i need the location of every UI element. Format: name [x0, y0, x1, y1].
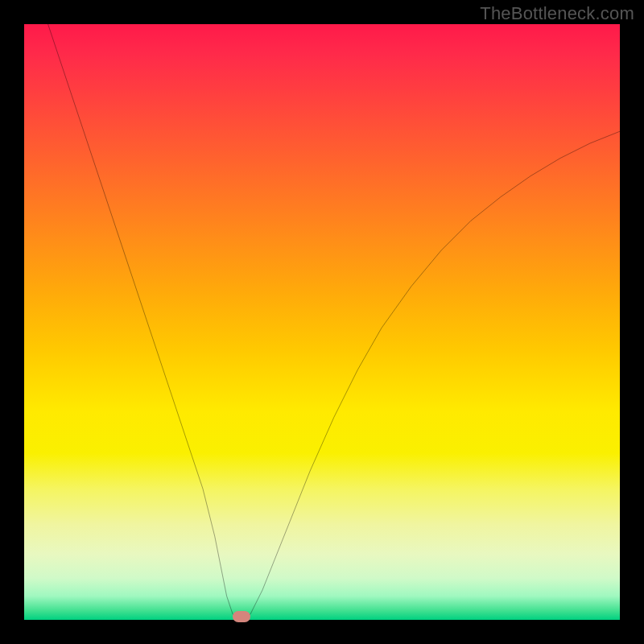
chart-plot-area [24, 24, 620, 620]
chart-curve [24, 24, 620, 620]
watermark-text: TheBottleneck.com [480, 3, 634, 24]
current-value-marker [233, 611, 250, 622]
